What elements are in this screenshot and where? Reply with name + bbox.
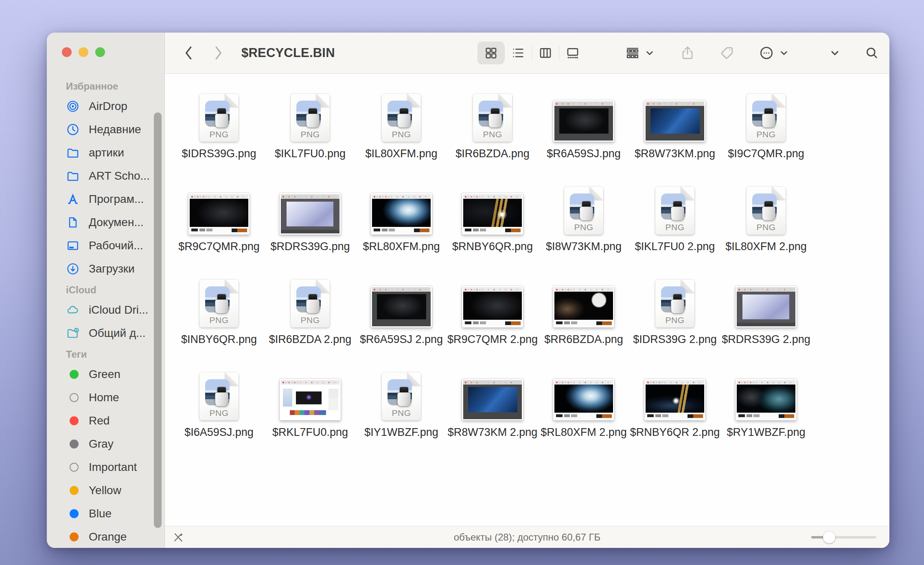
file-item[interactable]: $R8W73KM.png: [629, 78, 720, 171]
toolbar-collapse-button[interactable]: [830, 48, 839, 57]
sidebar-item[interactable]: Home: [47, 386, 164, 409]
sidebar-item[interactable]: Blue: [47, 502, 164, 525]
sidebar-item[interactable]: Orange: [47, 525, 164, 548]
file-name: $I6A59SJ.png: [184, 426, 254, 439]
sidebar-item[interactable]: Програм...: [47, 187, 164, 211]
file-item[interactable]: $RNBY6QR.png: [447, 171, 538, 264]
traffic-lights: [62, 47, 105, 57]
png-file-icon: PNG: [655, 279, 694, 328]
status-bar: объекты (28); доступно 60,67 ГБ: [165, 526, 889, 548]
sidebar-scrollbar[interactable]: [154, 112, 162, 528]
sidebar-section-header: Теги: [47, 345, 164, 363]
sidebar-item-label: Gray: [89, 437, 114, 451]
file-name: $RKL7FU0.png: [272, 426, 348, 439]
sidebar-item[interactable]: Yellow: [47, 479, 164, 502]
file-item[interactable]: $R6A59SJ.png: [538, 78, 629, 171]
file-item[interactable]: PNG$IDRS39G 2.png: [629, 264, 720, 356]
columns-view-button[interactable]: [532, 42, 559, 64]
sidebar-item[interactable]: Green: [47, 363, 164, 386]
sidebar-item[interactable]: Недавние: [47, 118, 164, 141]
file-icon-area: [462, 171, 523, 235]
tag-color-dot: [70, 416, 79, 425]
sidebar-item[interactable]: Рабочий...: [47, 234, 164, 257]
back-button[interactable]: [183, 45, 195, 61]
share-button[interactable]: [681, 45, 694, 61]
zoom-button[interactable]: [95, 47, 105, 57]
file-name: $R8W73KM.png: [635, 147, 715, 160]
group-button[interactable]: [625, 46, 654, 60]
columns-view-icon: [539, 46, 552, 60]
file-item[interactable]: $R9C7QMR 2.png: [447, 264, 538, 356]
file-item[interactable]: PNG$IL80XFM.png: [356, 78, 447, 171]
file-name: $R6A59SJ.png: [547, 147, 621, 160]
sidebar-item[interactable]: Докумен...: [47, 211, 164, 234]
minimize-button[interactable]: [79, 47, 88, 57]
file-item[interactable]: PNG$IY1WBZF.png: [356, 356, 447, 449]
file-item[interactable]: $RY1WBZF.png: [720, 356, 812, 449]
file-icon-area: PNG: [564, 171, 603, 235]
sidebar-item[interactable]: iCloud Dri...: [47, 298, 164, 321]
screenshot-thumbnail: [553, 286, 614, 328]
file-icon-area: PNG: [382, 78, 421, 142]
file-item[interactable]: $R8W73KM 2.png: [447, 356, 538, 449]
sidebar-item[interactable]: Red: [47, 409, 164, 432]
file-item[interactable]: $RDRS39G 2.png: [720, 264, 812, 356]
main-pane: $RECYCLE.BIN: [165, 33, 889, 548]
file-item[interactable]: $RNBY6QR 2.png: [629, 356, 720, 449]
png-file-icon: PNG: [473, 94, 512, 142]
folder-icon: [66, 169, 80, 183]
more-options-button[interactable]: [759, 45, 788, 61]
file-item[interactable]: PNG$I9C7QMR.png: [720, 78, 812, 171]
sidebar-item[interactable]: Общий д...: [47, 321, 164, 345]
file-item[interactable]: PNG$IKL7FU0 2.png: [629, 171, 720, 264]
close-button[interactable]: [62, 47, 72, 57]
search-button[interactable]: [865, 46, 879, 60]
search-icon: [865, 46, 879, 60]
file-item[interactable]: PNG$IKL7FU0.png: [265, 78, 356, 171]
grid-view-button[interactable]: [477, 42, 504, 64]
file-item[interactable]: $RKL7FU0.png: [265, 356, 356, 449]
tag-color-dot: [70, 486, 79, 495]
list-view-button[interactable]: [505, 42, 532, 64]
file-icon-area: [371, 171, 432, 235]
file-item[interactable]: $R6A59SJ 2.png: [356, 264, 447, 356]
file-icon-area: PNG: [747, 78, 786, 142]
sidebar-item[interactable]: Important: [47, 455, 164, 479]
sidebar-item[interactable]: артики: [47, 141, 164, 164]
tag-color-dot: [70, 463, 79, 472]
sidebar-item[interactable]: AirDrop: [47, 95, 164, 118]
sidebar-section-header: iCloud: [47, 280, 164, 298]
file-item[interactable]: PNG$INBY6QR.png: [173, 264, 265, 356]
sidebar-item[interactable]: ART Scho...: [47, 164, 164, 187]
file-item[interactable]: PNG$IR6BZDA.png: [447, 78, 538, 171]
file-item[interactable]: $RL80XFM.png: [356, 171, 447, 264]
file-icon-area: [553, 356, 614, 420]
file-name: $IL80XFM.png: [365, 147, 437, 160]
file-item[interactable]: PNG$I8W73KM.png: [538, 171, 629, 264]
file-item[interactable]: $RL80XFM 2.png: [538, 356, 629, 449]
file-item[interactable]: PNG$IR6BZDA 2.png: [265, 264, 356, 356]
file-item[interactable]: PNG$IL80XFM 2.png: [720, 171, 812, 264]
screenshot-thumbnail: [553, 379, 614, 420]
file-name: $R9C7QMR.png: [178, 240, 260, 253]
icon-size-slider[interactable]: [811, 531, 876, 543]
file-item[interactable]: $RR6BZDA.png: [538, 264, 629, 356]
cloud-icon: [66, 303, 80, 317]
sidebar-item[interactable]: Gray: [47, 432, 164, 455]
tag-button[interactable]: [720, 46, 734, 60]
slider-knob[interactable]: [823, 531, 835, 543]
view-switcher: [477, 42, 586, 64]
file-item[interactable]: PNG$I6A59SJ.png: [173, 356, 265, 449]
file-item[interactable]: $RDRS39G.png: [265, 171, 356, 264]
file-item[interactable]: PNG$IDRS39G.png: [173, 78, 265, 171]
screenshot-thumbnail: [462, 286, 523, 328]
forward-button[interactable]: [212, 45, 224, 61]
file-icon-area: [553, 264, 614, 328]
sidebar-item[interactable]: Загрузки: [47, 257, 164, 280]
file-item[interactable]: $R9C7QMR.png: [173, 171, 265, 264]
sidebar-item-label: артики: [89, 146, 124, 159]
shared-folder-icon: [66, 326, 80, 340]
gallery-view-button[interactable]: [559, 42, 586, 64]
screenshot-thumbnail: [644, 379, 705, 420]
tag-color-dot: [70, 393, 79, 402]
